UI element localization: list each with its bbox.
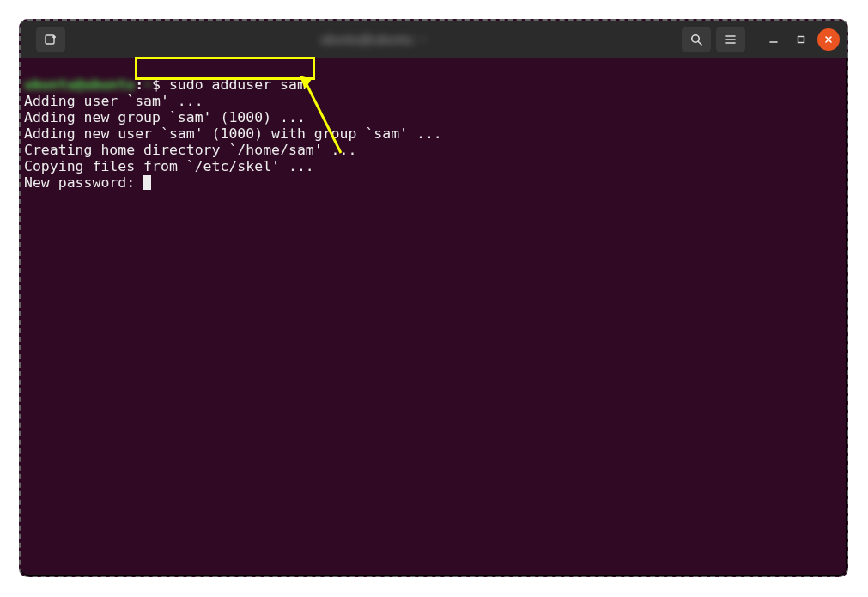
command-text: sudo adduser sam	[169, 76, 306, 93]
output-line: Copying files from `/etc/skel' ...	[24, 158, 314, 174]
svg-line-4	[698, 41, 701, 45]
prompt-symbol: $	[152, 76, 169, 93]
password-prompt-label: New password:	[24, 174, 143, 191]
window-title: ubuntu@ubuntu: ~	[72, 32, 675, 46]
svg-rect-9	[798, 36, 804, 42]
close-button[interactable]	[817, 28, 840, 51]
terminal-window: ubuntu@ubuntu: ~	[19, 19, 848, 577]
prompt-path: ~	[143, 76, 152, 93]
output-line: Adding new group `sam' (1000) ...	[24, 109, 306, 125]
output-line: Adding user `sam' ...	[24, 93, 203, 109]
titlebar-right	[682, 27, 840, 52]
hamburger-icon	[724, 33, 737, 46]
new-tab-icon	[44, 33, 58, 46]
terminal-body[interactable]: ubuntu@ubuntu:~$ sudo adduser sam Adding…	[21, 58, 847, 210]
titlebar: ubuntu@ubuntu: ~	[21, 21, 847, 58]
prompt-user-host: ubuntu@ubuntu	[24, 76, 135, 93]
output-line: Creating home directory `/home/sam' ...	[24, 142, 356, 158]
hamburger-menu-button[interactable]	[716, 27, 745, 52]
text-cursor	[143, 175, 151, 190]
maximize-icon	[796, 34, 806, 45]
password-prompt-line: New password:	[24, 174, 151, 191]
output-line: Adding new user `sam' (1000) with group …	[24, 125, 442, 142]
prompt-separator: :	[135, 76, 143, 93]
search-button[interactable]	[682, 27, 711, 52]
search-icon	[689, 33, 703, 46]
minimize-button[interactable]	[762, 28, 785, 51]
prompt-line: ubuntu@ubuntu:~$ sudo adduser sam	[24, 76, 306, 93]
new-tab-button[interactable]	[36, 27, 65, 52]
maximize-button[interactable]	[790, 28, 812, 51]
minimize-icon	[768, 34, 779, 45]
close-icon	[823, 34, 834, 45]
